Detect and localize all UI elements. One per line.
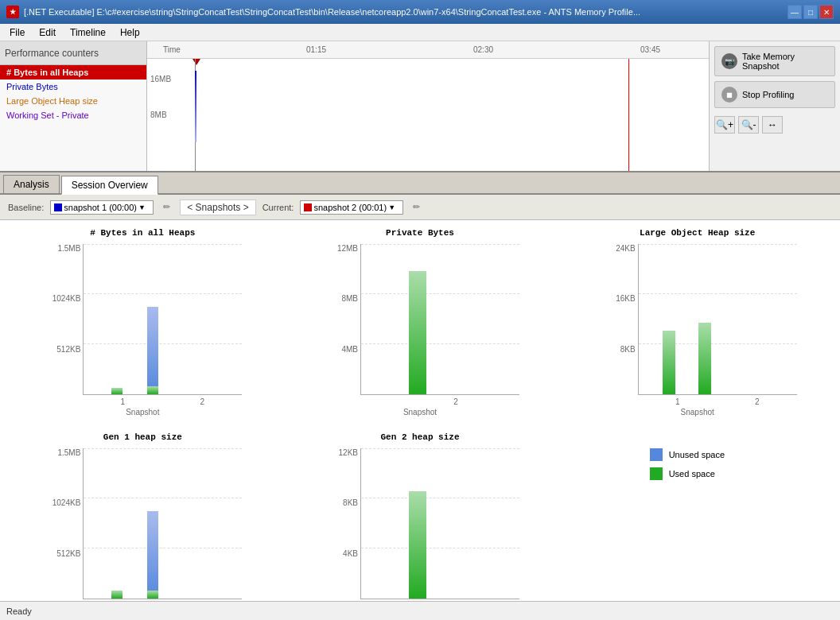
perf-counters-header: Performance counters (0, 41, 146, 65)
timeline-redline (628, 59, 629, 171)
tick-0115: 01:15 (306, 45, 326, 54)
tab-bar: Analysis Session Overview (0, 172, 840, 195)
x-title-private: Snapshot (403, 408, 437, 417)
timeline-header: Time 01:15 02:30 03:45 (147, 41, 709, 59)
timeline-area[interactable]: Time 01:15 02:30 03:45 16MB 8MB (147, 41, 709, 171)
menu-edit[interactable]: Edit (33, 25, 62, 40)
current-edit-icon[interactable]: ✏ (410, 200, 423, 214)
current-dropdown[interactable]: snapshot 2 (00:01) ▼ (300, 200, 403, 215)
x-labels-bytes: 1 2 (83, 397, 242, 406)
chart-gen1: Gen 1 heap size 1.5MB 1024KB 512KB (8, 432, 278, 601)
window-controls[interactable]: — □ ✕ (788, 5, 834, 19)
legend-box: Unused space Used space (562, 432, 832, 496)
baseline-label: Baseline: (8, 203, 44, 212)
current-label: Current: (262, 203, 294, 212)
baseline-dropdown[interactable]: snapshot 1 (00:00) ▼ (50, 200, 154, 215)
y-axis-gen1: 1.5MB 1024KB 512KB (45, 448, 80, 599)
menu-file[interactable]: File (3, 25, 31, 40)
timeline-chart[interactable]: 16MB 8MB (147, 59, 709, 171)
stop-icon: ⏹ (721, 87, 737, 103)
x-labels-loh: 1 2 (638, 397, 797, 406)
title-bar: ★ [.NET Executable] E:\c#exercise\string… (0, 0, 840, 24)
bar-loh-snap1 (663, 331, 675, 394)
chart-title-gen2: Gen 2 heap size (380, 432, 459, 442)
y-axis-bytes-all-heaps: 1.5MB 1024KB 512KB (45, 244, 80, 395)
bar-gen2-snap2 (409, 591, 426, 599)
legend: Unused space Used space (634, 432, 761, 496)
app-icon: ★ (6, 6, 19, 18)
counter-large-object-heap[interactable]: Large Object Heap size (0, 94, 146, 108)
baseline-value: snapshot 1 (00:00) (64, 203, 137, 212)
x-title-loh: Snapshot (681, 408, 714, 417)
left-panel: Performance counters # Bytes in all Heap… (0, 41, 147, 171)
bar-gen1-snap2 (147, 511, 158, 599)
chart-area-gen1 (83, 448, 242, 599)
stop-profiling-button[interactable]: ⏹ Stop Profiling (714, 81, 835, 108)
tick-0345: 03:45 (640, 45, 660, 54)
menu-bar: File Edit Timeline Help (0, 24, 840, 41)
legend-unused-color (650, 448, 663, 461)
timeline-y-8mb: 8MB (150, 110, 167, 119)
status-text: Ready (6, 606, 32, 616)
counter-working-set[interactable]: Working Set - Private (0, 108, 146, 122)
y-axis-gen2: 12KB 8KB 4KB (322, 448, 358, 599)
status-bar: Ready (0, 601, 840, 620)
tick-0230: 02:30 (473, 45, 493, 54)
counter-bytes-all-heaps[interactable]: # Bytes in all Heaps (0, 65, 146, 79)
menu-timeline[interactable]: Timeline (64, 25, 112, 40)
minimize-button[interactable]: — (788, 5, 802, 19)
snapshot-bar: Baseline: snapshot 1 (00:00) ▼ ✏ < Snaps… (0, 195, 840, 220)
chart-area-loh (638, 244, 797, 395)
bar-loh-snap2 (698, 323, 711, 394)
chart-title-loh: Large Object Heap size (640, 228, 755, 238)
x-title-bytes: Snapshot (126, 408, 159, 417)
camera-icon: 📷 (721, 53, 737, 69)
current-dropdown-arrow: ▼ (388, 203, 395, 211)
chart-private-bytes: Private Bytes 12MB 8MB 4MB (286, 228, 555, 417)
bar-1-snap1 (111, 388, 122, 394)
charts-row-2: Gen 1 heap size 1.5MB 1024KB 512KB (8, 432, 832, 601)
current-color-square (304, 203, 312, 211)
chart-area-gen2 (360, 448, 519, 599)
current-value: snapshot 2 (00:01) (313, 203, 387, 212)
baseline-edit-icon[interactable]: ✏ (160, 200, 173, 214)
chart-area-private (360, 244, 519, 395)
take-snapshot-label: Take Memory Snapshot (742, 52, 828, 71)
baseline-dropdown-arrow: ▼ (138, 203, 146, 211)
chart-title-bytes-all-heaps: # Bytes in all Heaps (90, 228, 195, 238)
legend-used: Used space (650, 467, 715, 480)
chart-bytes-all-heaps: # Bytes in all Heaps 1.5MB 1024KB 512KB (8, 228, 278, 417)
zoom-controls: 🔍+ 🔍- ↔ (714, 116, 835, 134)
top-section: Performance counters # Bytes in all Heap… (0, 41, 840, 172)
tab-session-overview[interactable]: Session Overview (61, 176, 158, 195)
legend-unused-label: Unused space (669, 450, 725, 459)
bar-2-snap2 (147, 307, 158, 394)
counter-private-bytes[interactable]: Private Bytes (0, 79, 146, 94)
zoom-in-button[interactable]: 🔍+ (714, 116, 735, 134)
right-toolbar: 📷 Take Memory Snapshot ⏹ Stop Profiling … (709, 41, 840, 171)
tick-time: Time (163, 45, 181, 54)
y-axis-loh: 24KB 16KB 8KB (600, 244, 636, 395)
menu-help[interactable]: Help (114, 25, 146, 40)
maximize-button[interactable]: □ (803, 5, 818, 19)
tab-analysis[interactable]: Analysis (3, 175, 60, 193)
close-button[interactable]: ✕ (819, 5, 834, 19)
bar-private-snap2 (409, 386, 426, 394)
timeline-marker (192, 59, 200, 65)
baseline-color-square (54, 203, 62, 211)
x-labels-private: 2 (360, 397, 519, 406)
charts-row-1: # Bytes in all Heaps 1.5MB 1024KB 512KB (8, 228, 832, 417)
chart-title-gen1: Gen 1 heap size (103, 432, 182, 442)
zoom-out-button[interactable]: 🔍- (738, 116, 759, 134)
stop-profiling-label: Stop Profiling (742, 90, 794, 99)
y-axis-private-bytes: 12MB 8MB 4MB (322, 244, 358, 395)
bar-2-used (147, 386, 158, 394)
legend-used-label: Used space (669, 469, 715, 479)
timeline-y-16mb: 16MB (150, 75, 171, 83)
zoom-fit-button[interactable]: ↔ (762, 116, 783, 134)
take-snapshot-button[interactable]: 📷 Take Memory Snapshot (714, 46, 835, 76)
chart-title-private-bytes: Private Bytes (386, 228, 454, 238)
chart-area-bytes (83, 244, 242, 395)
legend-unused: Unused space (650, 448, 725, 461)
snapshots-nav[interactable]: < Snapshots > (180, 200, 255, 215)
